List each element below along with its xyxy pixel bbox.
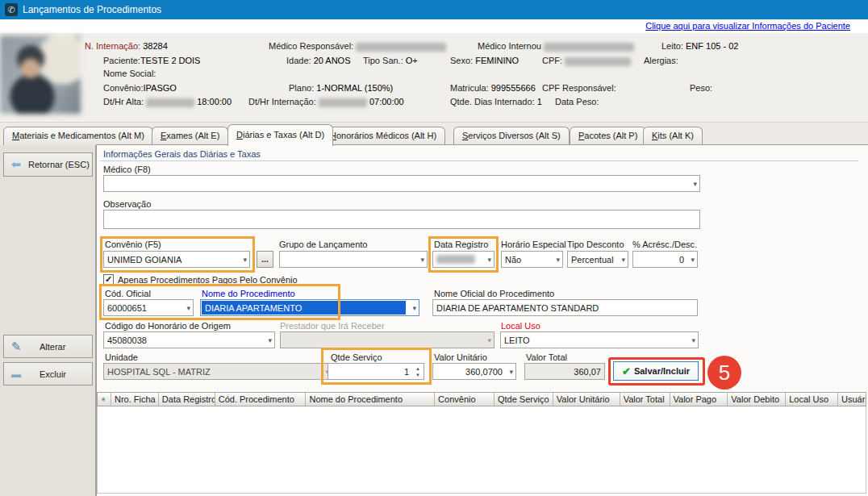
paciente-label: Paciente: xyxy=(103,56,140,65)
medico-f8-combobox[interactable]: ▾ xyxy=(103,175,700,192)
tab-diarias-taxas[interactable]: Diárias e Taxas (Alt D) xyxy=(227,124,333,146)
field-medico-internou: Médico Internou xyxy=(478,41,634,52)
field-matricula: Matricula: 999555666 xyxy=(450,83,536,93)
check-icon: ✓ xyxy=(105,274,112,284)
field-data-peso: Data Peso: xyxy=(555,97,599,106)
redacted-value xyxy=(544,43,634,52)
nome-oficial-input[interactable]: DIARIA DE APARTAMENTO STANDARD xyxy=(432,299,698,316)
spinner-arrows-icon[interactable]: ▲▼ xyxy=(415,365,420,378)
leito-label: Leito: xyxy=(661,41,683,51)
valor-unitario-label: Valor Unitário xyxy=(434,352,487,362)
qtde-servico-stepper[interactable]: 1 ▲▼ xyxy=(328,363,424,380)
chevron-down-icon[interactable]: ▾ xyxy=(693,180,697,188)
chevron-down-icon[interactable]: ▾ xyxy=(412,304,416,312)
tipo-san-label: Tipo San.: xyxy=(363,56,403,65)
grid-col-valor-unitario[interactable]: Valor Unitário xyxy=(553,393,620,406)
nome-procedimento-combobox[interactable]: DIARIA APARTAMENTO ▾ xyxy=(200,299,419,316)
local-uso-label: Local Uso xyxy=(501,321,540,331)
grid-body[interactable] xyxy=(97,406,866,494)
local-uso-combobox[interactable]: LEITO ▾ xyxy=(500,331,699,348)
link-row: Clique aqui para visualizar Informações … xyxy=(0,19,868,33)
tab-exames[interactable]: Exames (Alt E) xyxy=(152,127,228,145)
tab-honorarios-medicos[interactable]: Honorários Médicos (Alt H) xyxy=(321,127,445,145)
convenio-f5-label: Convênio (F5) xyxy=(105,240,161,249)
tab-servicos-diversos[interactable]: Serviços Diversos (Alt S) xyxy=(453,127,570,145)
chevron-down-icon[interactable]: ▾ xyxy=(420,256,424,264)
n-internacao-value: 38284 xyxy=(143,41,168,51)
field-alergias: Alergias: xyxy=(644,56,678,65)
observacao-input[interactable] xyxy=(103,210,700,229)
chevron-down-icon[interactable]: ▾ xyxy=(556,256,560,264)
apenas-pagos-checkbox-label[interactable]: Apenas Procedimentos Pagos Pelo Convênio xyxy=(118,275,298,285)
horario-especial-label: Horário Especial xyxy=(501,240,566,249)
cod-oficial-combobox[interactable]: 60000651 ▾ xyxy=(103,299,194,316)
horario-especial-value: Não xyxy=(505,255,521,265)
dt-hr-internacao-time: 07:00:00 xyxy=(369,97,404,106)
browse-button[interactable]: ... xyxy=(257,251,273,268)
qtde-servico-value: 1 xyxy=(404,367,409,377)
observacao-label: Observação xyxy=(103,199,151,209)
grid-col-convenio[interactable]: Convênio xyxy=(435,393,495,406)
chevron-down-icon[interactable]: ▾ xyxy=(621,256,625,264)
unidade-label: Unidade xyxy=(105,352,138,362)
chevron-down-icon[interactable]: ▾ xyxy=(691,336,695,344)
chevron-down-icon[interactable]: ▾ xyxy=(691,256,695,264)
grid-col-valor-total[interactable]: Valor Total xyxy=(620,393,670,406)
cod-honorario-label: Código do Honorário de Origem xyxy=(105,321,231,331)
field-idade: Idade: 20 ANOS xyxy=(286,56,351,65)
salvar-incluir-button[interactable]: ✔ Salvar/Incluir xyxy=(613,361,699,381)
retornar-button[interactable]: ⬅ Retornar (ESC) xyxy=(3,152,93,177)
tipo-desconto-label: Tipo Desconto xyxy=(567,240,624,249)
grid-col-valor-debito[interactable]: Valor Debito xyxy=(728,393,786,406)
chevron-down-icon[interactable]: ▾ xyxy=(268,336,272,344)
grid-header: ✳ Nro. Ficha Data Registro Cód. Procedim… xyxy=(97,392,866,406)
field-cpf: CPF: xyxy=(542,56,631,66)
peso-label: Peso: xyxy=(690,83,712,93)
tab-materiais-medicamentos[interactable]: Materiais e Medicamentos (Alt M) xyxy=(3,127,153,145)
horario-especial-combobox[interactable]: Não ▾ xyxy=(501,251,563,268)
grid-col-data-registro[interactable]: Data Registro xyxy=(159,393,215,406)
nome-procedimento-value: DIARIA APARTAMENTO xyxy=(202,301,406,315)
grid-col-valor-pago[interactable]: Valor Pago xyxy=(670,393,728,406)
excluir-button[interactable]: ▬ Excluir xyxy=(3,362,93,386)
chevron-down-icon[interactable]: ▾ xyxy=(487,256,491,264)
leito-value: ENF 105 - 02 xyxy=(686,41,738,51)
retornar-label: Retornar (ESC) xyxy=(28,160,90,169)
tab-kits[interactable]: Kits (Alt K) xyxy=(643,127,703,145)
grupo-lancamento-label: Grupo de Lançamento xyxy=(279,240,367,249)
chevron-down-icon[interactable]: ▾ xyxy=(509,368,513,376)
grupo-lancamento-combobox[interactable]: ▾ xyxy=(279,251,428,268)
grid-col-nome-procedimento[interactable]: Nome do Procedimento xyxy=(306,393,435,406)
excluir-label: Excluir xyxy=(40,369,66,379)
grid-col-local-uso[interactable]: Local Uso xyxy=(786,393,838,406)
tipo-desconto-combobox[interactable]: Percentual ▾ xyxy=(567,251,628,268)
idade-value: 20 ANOS xyxy=(314,56,351,65)
grid-col-nro-ficha[interactable]: Nro. Ficha xyxy=(111,393,159,406)
data-registro-combobox[interactable]: ▾ xyxy=(432,251,495,268)
convenio-f5-combobox[interactable]: UNIMED GOIANIA ▾ xyxy=(103,251,250,268)
prestador-label: Prestador que Irá Receber xyxy=(280,321,385,331)
alterar-button[interactable]: ✎ Alterar xyxy=(3,335,93,358)
data-registro-label: Data Registro xyxy=(434,240,488,249)
grid-marker-icon: ✳ xyxy=(98,393,111,406)
valor-total-label: Valor Total xyxy=(526,352,567,362)
grid-col-usuario[interactable]: Usuário xyxy=(838,393,866,406)
chevron-down-icon[interactable]: ▾ xyxy=(243,256,247,264)
tab-pacotes[interactable]: Pacotes (Alt P) xyxy=(570,127,646,145)
field-leito: Leito: ENF 105 - 02 xyxy=(661,41,738,51)
cpf-responsavel-label: CPF Responsável: xyxy=(542,83,616,93)
app-icon: ✆ xyxy=(5,3,18,16)
apenas-pagos-checkbox[interactable]: ✓ xyxy=(103,274,114,285)
acresc-desc-label: % Acrésc./Desc. xyxy=(632,240,697,249)
grid-col-cod-procedimento[interactable]: Cód. Procedimento xyxy=(215,393,307,406)
cpf-label: CPF: xyxy=(542,56,562,65)
qtde-dias-label: Qtde. Dias Internado: xyxy=(450,97,535,106)
valor-unitario-combobox[interactable]: 360,0700 ▾ xyxy=(432,363,516,380)
cod-honorario-combobox[interactable]: 45080038 ▾ xyxy=(103,331,275,348)
chevron-down-icon[interactable]: ▾ xyxy=(186,304,190,312)
patient-info-link[interactable]: Clique aqui para visualizar Informações … xyxy=(645,21,850,31)
grid-col-qtde-servico[interactable]: Qtde Serviço xyxy=(495,393,553,406)
acresc-desc-combobox[interactable]: 0 ▾ xyxy=(632,251,698,268)
matricula-label: Matricula: xyxy=(450,83,489,93)
cod-honorario-value: 45080038 xyxy=(107,336,147,345)
